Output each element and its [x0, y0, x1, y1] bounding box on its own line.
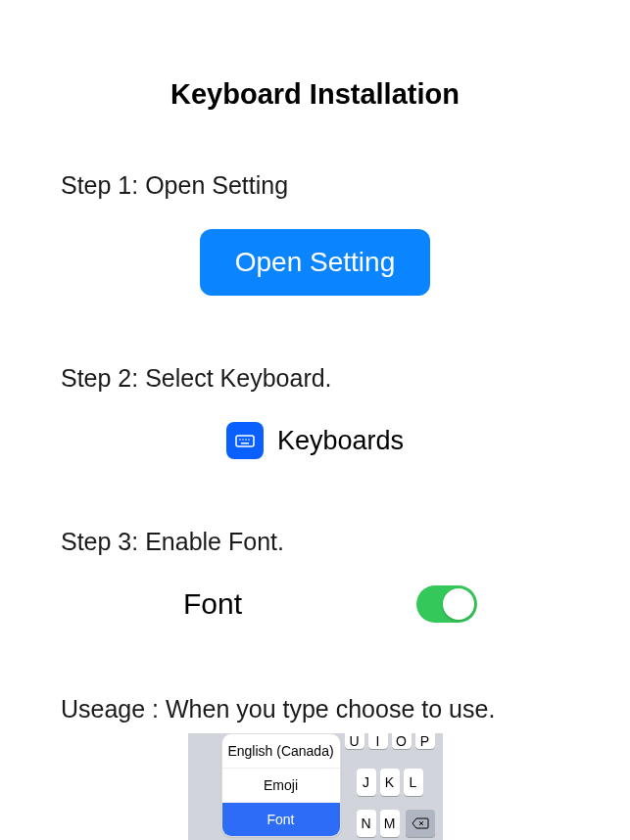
key-u[interactable]: U: [345, 733, 364, 749]
key-k[interactable]: K: [380, 769, 400, 796]
key-o[interactable]: O: [392, 733, 412, 749]
popup-option-font[interactable]: Font: [222, 803, 340, 836]
popup-option-english[interactable]: English (Canada): [222, 734, 340, 769]
svg-point-4: [248, 439, 250, 441]
key-p[interactable]: P: [415, 733, 435, 749]
popup-option-emoji[interactable]: Emoji: [222, 769, 340, 803]
keyboards-setting-row[interactable]: Keyboards: [61, 422, 569, 459]
keyboard-preview: U I O P J K L N M English (Canada) Emoji…: [188, 733, 443, 840]
step1-label: Step 1: Open Setting: [61, 171, 569, 200]
keyboard-language-popup: English (Canada) Emoji Font: [221, 733, 341, 837]
backspace-key[interactable]: [406, 810, 435, 837]
toggle-knob: [443, 588, 474, 620]
open-setting-button[interactable]: Open Setting: [200, 229, 430, 296]
page-title: Keyboard Installation: [61, 78, 569, 111]
key-n[interactable]: N: [357, 810, 376, 837]
keyboard-icon: [226, 422, 264, 459]
step3-label: Step 3: Enable Font.: [61, 528, 569, 556]
font-enable-toggle[interactable]: [416, 585, 477, 623]
step2-label: Step 2: Select Keyboard.: [61, 364, 569, 393]
svg-point-2: [242, 439, 244, 441]
key-l[interactable]: L: [404, 769, 423, 796]
font-setting-row: Font: [61, 585, 569, 623]
usage-label: Useage : When you type choose to use.: [61, 695, 569, 723]
svg-rect-0: [236, 436, 254, 446]
key-i[interactable]: I: [368, 733, 388, 749]
font-label: Font: [183, 587, 242, 621]
svg-point-1: [239, 439, 241, 441]
svg-rect-5: [241, 443, 249, 444]
key-m[interactable]: M: [380, 810, 400, 837]
key-j[interactable]: J: [357, 769, 376, 796]
keyboards-label: Keyboards: [277, 426, 404, 456]
backspace-icon: [412, 817, 429, 829]
svg-point-3: [245, 439, 247, 441]
